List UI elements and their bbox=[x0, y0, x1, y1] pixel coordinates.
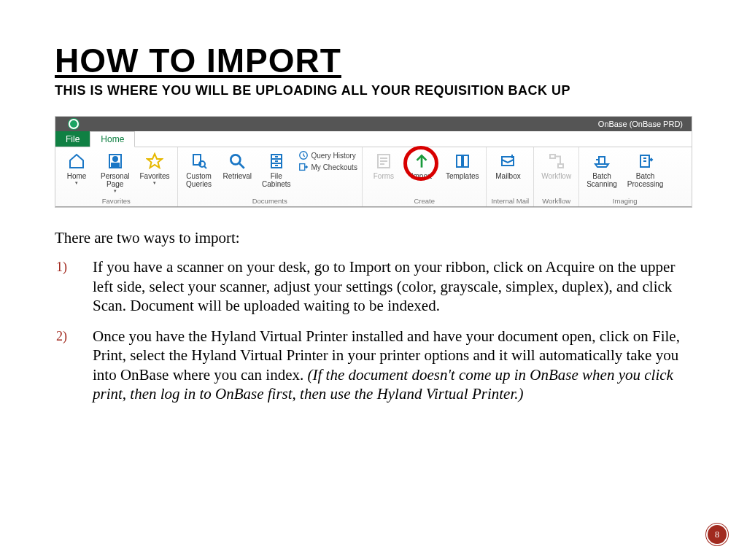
cabinet-icon bbox=[267, 152, 286, 171]
forms-button[interactable]: Forms bbox=[367, 150, 400, 182]
batch-scanning-button[interactable]: Batch Scanning bbox=[584, 150, 620, 190]
home-button[interactable]: Home ▾ bbox=[60, 150, 93, 187]
mailbox-icon bbox=[498, 152, 517, 171]
group-imaging: Batch Scanning Batch Processing Imaging bbox=[579, 147, 670, 206]
group-internal-mail: Mailbox Internal Mail bbox=[487, 147, 534, 206]
svg-line-5 bbox=[204, 166, 206, 168]
slide-subtitle: THIS IS WHERE YOU WILL BE UPLOADING ALL … bbox=[55, 83, 692, 98]
chevron-down-icon: ▾ bbox=[75, 180, 78, 185]
my-checkouts-button[interactable]: My Checkouts bbox=[298, 162, 357, 172]
personal-page-label: Personal Page bbox=[101, 172, 129, 188]
document-search-icon bbox=[190, 152, 209, 171]
svg-rect-25 bbox=[550, 155, 555, 158]
upload-arrow-icon bbox=[412, 152, 431, 171]
import-label: Import bbox=[411, 172, 432, 180]
window-title: OnBase (OnBase PRD) bbox=[598, 120, 683, 128]
processing-icon bbox=[636, 152, 655, 171]
batch-processing-label: Batch Processing bbox=[627, 172, 663, 188]
templates-icon bbox=[453, 152, 472, 171]
group-label-create: Create bbox=[367, 195, 482, 206]
custom-queries-label: Custom Queries bbox=[186, 172, 212, 188]
query-history-label: Query History bbox=[311, 152, 356, 160]
workflow-icon bbox=[547, 152, 566, 171]
file-cabinets-label: File Cabinets bbox=[262, 172, 290, 188]
personal-page-button[interactable]: Personal Page ▾ bbox=[98, 150, 132, 195]
svg-rect-22 bbox=[463, 155, 468, 167]
my-checkouts-label: My Checkouts bbox=[311, 163, 357, 171]
search-icon bbox=[228, 152, 247, 171]
svg-rect-2 bbox=[112, 163, 119, 166]
group-label-favorites: Favorites bbox=[60, 195, 173, 206]
retrieval-button[interactable]: Retrieval bbox=[220, 150, 255, 182]
batch-processing-button[interactable]: Batch Processing bbox=[624, 150, 666, 190]
svg-rect-26 bbox=[558, 164, 563, 168]
step-1-text: If you have a scanner on your desk, go t… bbox=[93, 258, 675, 314]
file-cabinets-button[interactable]: File Cabinets bbox=[259, 150, 293, 190]
star-icon bbox=[145, 152, 164, 171]
chevron-down-icon: ▾ bbox=[153, 180, 156, 185]
step-1: If you have a scanner on your desk, go t… bbox=[93, 257, 692, 315]
chevron-down-icon: ▾ bbox=[114, 188, 117, 193]
step-2: Once you have the Hyland Virtual Printer… bbox=[93, 327, 692, 403]
group-favorites: Home ▾ Personal Page ▾ Fav bbox=[55, 147, 178, 206]
scanner-icon bbox=[592, 152, 611, 171]
ribbon: Home ▾ Personal Page ▾ Fav bbox=[55, 147, 692, 207]
checkout-icon bbox=[298, 162, 309, 172]
svg-rect-15 bbox=[299, 164, 304, 171]
group-label-internal-mail: Internal Mail bbox=[491, 195, 529, 206]
custom-queries-button[interactable]: Custom Queries bbox=[182, 150, 216, 190]
favorites-label: Favorites bbox=[139, 172, 169, 180]
svg-rect-21 bbox=[457, 155, 462, 167]
batch-scanning-label: Batch Scanning bbox=[587, 172, 617, 188]
intro-text: There are two ways to import: bbox=[55, 228, 692, 247]
mailbox-button[interactable]: Mailbox bbox=[491, 150, 525, 182]
page-number-badge: 8 bbox=[706, 524, 728, 545]
onbase-logo-icon bbox=[69, 119, 79, 129]
import-button[interactable]: Import bbox=[405, 150, 438, 182]
group-label-imaging: Imaging bbox=[584, 195, 666, 206]
forms-label: Forms bbox=[374, 172, 394, 180]
svg-point-1 bbox=[113, 157, 117, 161]
templates-button[interactable]: Templates bbox=[443, 150, 482, 182]
group-documents: Custom Queries Retrieval File Cabinets bbox=[178, 147, 363, 206]
retrieval-label: Retrieval bbox=[223, 172, 252, 180]
tab-file[interactable]: File bbox=[55, 131, 90, 147]
workflow-label: Workflow bbox=[541, 172, 571, 180]
svg-line-7 bbox=[240, 163, 245, 168]
tab-home[interactable]: Home bbox=[90, 131, 135, 147]
slide-title: HOW TO IMPORT bbox=[55, 44, 692, 77]
templates-label: Templates bbox=[446, 172, 479, 180]
favorites-button[interactable]: Favorites ▾ bbox=[136, 150, 172, 187]
window-titlebar: OnBase (OnBase PRD) bbox=[55, 117, 692, 131]
group-workflow: Workflow Workflow bbox=[534, 147, 579, 206]
form-icon bbox=[374, 152, 393, 171]
workflow-button[interactable]: Workflow bbox=[538, 150, 574, 182]
mailbox-label: Mailbox bbox=[495, 172, 520, 180]
body-content: There are two ways to import: If you hav… bbox=[55, 228, 692, 403]
group-create: Forms Import Templates bbox=[363, 147, 487, 206]
onbase-ribbon-screenshot: OnBase (OnBase PRD) File Home Home ▾ bbox=[55, 116, 692, 208]
svg-point-6 bbox=[231, 155, 241, 164]
ribbon-tabbar: File Home bbox=[55, 131, 692, 147]
group-label-documents: Documents bbox=[182, 195, 357, 206]
person-icon bbox=[106, 152, 125, 171]
clock-icon bbox=[298, 150, 309, 160]
home-label: Home bbox=[67, 172, 87, 180]
home-icon bbox=[67, 152, 86, 171]
query-history-button[interactable]: Query History bbox=[298, 150, 357, 160]
group-label-workflow: Workflow bbox=[538, 195, 574, 206]
